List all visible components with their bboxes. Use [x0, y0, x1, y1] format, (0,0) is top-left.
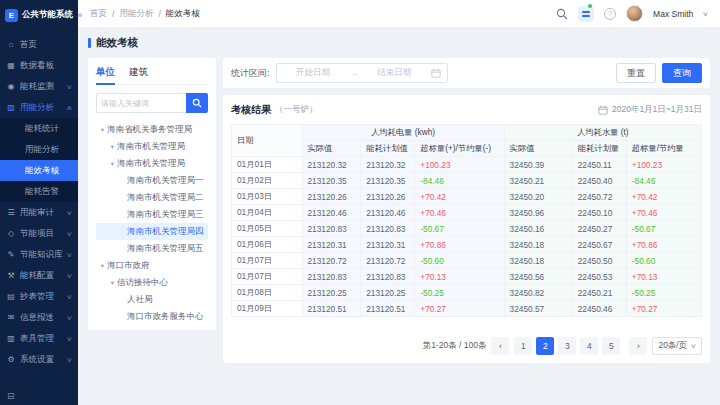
filter-bar: 统计区间: 开始日期 → 结束日期 重置 查询 [223, 58, 710, 88]
table-cell: +70.42 [415, 189, 504, 205]
sidebar-menu-item[interactable]: ◉ 能耗监测 ∨ [0, 76, 78, 97]
page-size-select[interactable]: 20条/页 ∨ [652, 337, 702, 355]
results-table: 日期 人均耗电量 (kwh) 人均耗水量 (t) 实际值 能耗计划值 超标量(+… [231, 124, 702, 317]
table-row: 01月01日213120.32213120.32+100.2332450.392… [232, 157, 702, 173]
table-cell: -50.67 [415, 221, 504, 237]
sidebar-submenu-item[interactable]: 能效考核 [0, 160, 78, 181]
sidebar-submenu-item[interactable]: 用能分析 [0, 139, 78, 160]
col-header-w-actual: 实际值 [504, 141, 572, 157]
chevron-icon: ∨ [66, 83, 73, 91]
table-cell: +100.23 [626, 157, 701, 173]
table-cell: 213120.72 [302, 253, 361, 269]
search-button[interactable] [186, 93, 208, 113]
app-logo-icon: E [5, 9, 18, 22]
end-date-placeholder: 结束日期 [364, 67, 425, 79]
tree-item[interactable]: ▾ 海南市机关管理局 [96, 138, 208, 155]
user-name[interactable]: Max Smith [653, 9, 693, 19]
app-window: E 公共节能系统 » ⌂ 首页 ▦ 数据看板 ◉ 能耗监测 ∨ ▧ 用能分析 ∧… [0, 0, 720, 405]
sidebar-menu-item[interactable]: ☰ 用能审计 ∨ [0, 202, 78, 223]
tree-item[interactable]: 海南市机关管理局一 [96, 172, 208, 189]
start-date-placeholder: 开始日期 [283, 67, 344, 79]
table-cell: +70.42 [626, 189, 701, 205]
sidebar-menu-item[interactable]: ▦ 数据看板 [0, 55, 78, 76]
tab-building[interactable]: 建筑 [129, 66, 148, 84]
tree-item[interactable]: 海南市机关管理局五 [96, 240, 208, 257]
page-button-1[interactable]: 1 [514, 337, 532, 355]
breadcrumb-current: 能效考核 [166, 8, 200, 20]
prev-page-button[interactable]: ‹ [491, 337, 509, 355]
help-icon[interactable]: ? [604, 8, 616, 20]
table-cell: -50.25 [415, 285, 504, 301]
pagination-total: 第1-20条 / 100条 [423, 340, 487, 352]
table-cell: 213120.25 [361, 285, 415, 301]
table-cell: 213120.26 [361, 189, 415, 205]
page-title-row: 能效考核 [88, 36, 710, 50]
tree-search [96, 93, 208, 113]
avatar[interactable] [626, 5, 643, 22]
table-cell: 32450.39 [504, 157, 572, 173]
page-title: 能效考核 [96, 36, 138, 50]
dashboard-icon: ▦ [6, 61, 16, 70]
table-cell: 22450.46 [572, 301, 626, 317]
sidebar-menu-item[interactable]: ✎ 节能知识库 ∨ [0, 244, 78, 265]
table-cell: +70.46 [626, 205, 701, 221]
sidebar-menu-item[interactable]: ◇ 节能项目 ∨ [0, 223, 78, 244]
tree-item[interactable]: ▾ 海口市政府 [96, 257, 208, 274]
tree-item[interactable]: 人社局 [96, 291, 208, 308]
sidebar-collapse-icon[interactable]: ⊟ [7, 391, 15, 401]
chevron-icon: ∨ [66, 272, 73, 280]
table-row: 01月07日213120.83213120.83+70.1332450.5622… [232, 269, 702, 285]
table-cell: 01月09日 [232, 301, 303, 317]
reset-button[interactable]: 重置 [616, 63, 656, 83]
search-input[interactable] [96, 93, 186, 113]
tree-item[interactable]: 海口市政务服务中心 [96, 308, 208, 325]
table-cell: 32450.96 [504, 205, 572, 221]
sidebar-menu-item[interactable]: ⚒ 能耗配置 ∨ [0, 265, 78, 286]
table-cell: 213120.72 [361, 253, 415, 269]
table-cell: 213120.26 [302, 189, 361, 205]
page-button-5[interactable]: 5 [602, 337, 620, 355]
query-button[interactable]: 查询 [662, 63, 702, 83]
col-group-electricity: 人均耗电量 (kwh) [302, 125, 504, 141]
date-range-picker[interactable]: 开始日期 → 结束日期 [276, 63, 448, 83]
sidebar-menu-item[interactable]: ▤ 抄表管理 ∨ [0, 286, 78, 307]
sidebar-menu-item[interactable]: ✉ 信息报送 ∨ [0, 307, 78, 328]
breadcrumb-section[interactable]: 用能分析 [119, 8, 153, 20]
chevron-icon: ∨ [66, 356, 73, 364]
tree-item[interactable]: ▾ 海南市机关管理局 [96, 155, 208, 172]
sidebar-menu-item[interactable]: ⚙ 系统设置 ∨ [0, 349, 78, 370]
tree-item[interactable]: 海南市机关管理局四 [96, 223, 208, 240]
tree-item[interactable]: ▾ 海南省机关事务管理局 [96, 121, 208, 138]
breadcrumb-home[interactable]: 首页 [90, 8, 107, 20]
notification-dot [588, 4, 592, 8]
tree-item[interactable]: 海南市机关管理局二 [96, 189, 208, 206]
table-row: 01月05日213120.83213120.83-50.6732450.1622… [232, 221, 702, 237]
chevron-down-icon[interactable]: ∨ [702, 10, 709, 18]
sidebar-menu-item[interactable]: ▥ 表具管理 ∨ [0, 328, 78, 349]
topbar-actions: ? Max Smith ∨ [556, 5, 708, 22]
col-header-w-diff: 超标量/节约量 [626, 141, 701, 157]
next-page-button[interactable]: › [629, 337, 647, 355]
tab-unit[interactable]: 单位 [96, 66, 115, 84]
tree-item[interactable]: 海南市机关管理局三 [96, 206, 208, 223]
page-button-4[interactable]: 4 [580, 337, 598, 355]
sidebar-menu-item[interactable]: ⌂ 首页 [0, 34, 78, 55]
table-cell: 01月04日 [232, 205, 303, 221]
sidebar-submenu-item[interactable]: 能耗告警 [0, 181, 78, 202]
tree-caret-icon: ▾ [98, 262, 107, 270]
table-cell: 213120.83 [361, 269, 415, 285]
sidebar-menu-item[interactable]: ▧ 用能分析 ∧ [0, 97, 78, 118]
tree-item[interactable]: ▾ 信访接待中心 [96, 274, 208, 291]
sidebar-submenu: 能耗统计用能分析能效考核能耗告警 [0, 118, 78, 202]
table-cell: 22450.21 [572, 285, 626, 301]
table-cell: 01月08日 [232, 285, 303, 301]
sidebar-expand-icon[interactable]: » [77, 10, 82, 20]
message-icon[interactable] [578, 6, 594, 22]
page-button-3[interactable]: 3 [558, 337, 576, 355]
table-cell: +70.46 [415, 205, 504, 221]
sidebar-submenu-item[interactable]: 能耗统计 [0, 118, 78, 139]
audit-icon: ☰ [6, 208, 16, 217]
chevron-icon: ∨ [66, 230, 73, 238]
search-icon[interactable] [556, 8, 568, 20]
page-button-2[interactable]: 2 [536, 337, 554, 355]
